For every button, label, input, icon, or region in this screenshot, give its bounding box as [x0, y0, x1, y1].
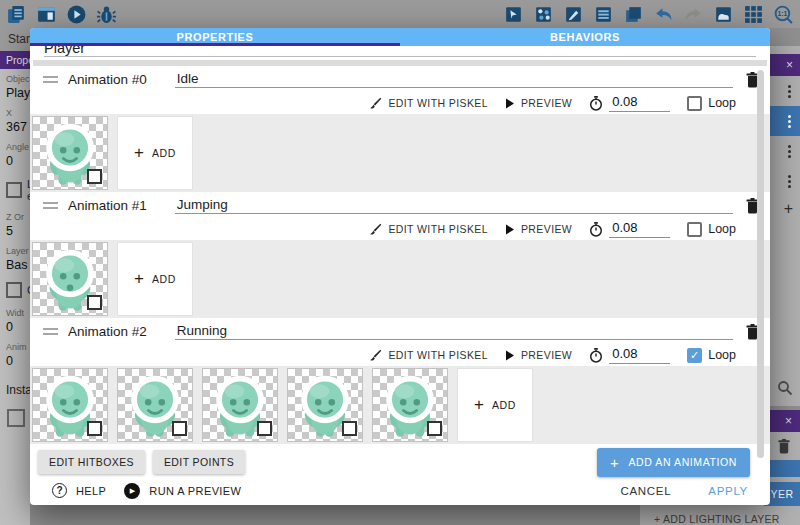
zoom-1-1-icon[interactable]: 1:1 — [773, 4, 794, 25]
more-options-icon[interactable] — [788, 113, 791, 130]
animation-name-input[interactable]: Running — [175, 323, 733, 340]
frames-row: +ADD — [30, 366, 770, 444]
scene-list-icon[interactable] — [6, 4, 27, 25]
layer-row-selected[interactable] — [766, 460, 800, 477]
close-icon[interactable]: × — [785, 414, 792, 428]
loop-checkbox[interactable] — [687, 96, 702, 111]
add-object-icon[interactable]: + — [770, 196, 800, 218]
run-preview-button[interactable]: RUN A PREVIEW — [149, 485, 241, 497]
cancel-button[interactable]: CANCEL — [620, 485, 671, 497]
frame-checkbox[interactable] — [257, 421, 272, 436]
object-row[interactable] — [770, 136, 800, 166]
pencil-tool-icon[interactable] — [563, 4, 584, 25]
animation-frame[interactable] — [32, 242, 108, 316]
search-icon[interactable] — [777, 380, 793, 396]
preview-animation-button[interactable]: PREVIEW — [505, 349, 572, 361]
select-tool-icon[interactable] — [503, 4, 524, 25]
instances-list-icon[interactable] — [623, 4, 644, 25]
add-animation-button[interactable]: + ADD AN ANIMATION — [597, 448, 750, 477]
help-button[interactable]: HELP — [76, 485, 106, 497]
object-row-selected[interactable] — [770, 106, 800, 136]
tab-behaviors[interactable]: BEHAVIORS — [400, 28, 770, 46]
edit-with-piskel-button[interactable]: EDIT WITH PISKEL — [369, 97, 488, 110]
run-preview-icon[interactable]: ▶ — [124, 483, 140, 499]
sidebar-field[interactable]: Anim0 — [0, 337, 30, 371]
animation-frame[interactable] — [202, 368, 278, 442]
edit-with-piskel-button[interactable]: EDIT WITH PISKEL — [369, 223, 488, 236]
checkbox[interactable] — [6, 182, 22, 198]
edit-points-tool-icon[interactable] — [533, 4, 554, 25]
delete-layer-icon[interactable] — [777, 438, 791, 454]
more-options-icon[interactable] — [788, 83, 791, 100]
objects-list-icon[interactable] — [593, 4, 614, 25]
object-row[interactable] — [770, 76, 800, 106]
object-row[interactable] — [770, 166, 800, 196]
loop-toggle[interactable]: Loop — [687, 96, 736, 111]
sidebar-field[interactable]: Z Or5 — [0, 207, 30, 241]
close-icon[interactable]: × — [786, 58, 793, 72]
loop-checkbox[interactable]: ✓ — [687, 348, 702, 363]
object-name-field[interactable]: Player — [44, 46, 756, 57]
time-value-input[interactable]: 0.08 — [609, 220, 670, 238]
drag-handle-icon[interactable] — [43, 73, 58, 86]
edit-with-piskel-button[interactable]: EDIT WITH PISKEL — [369, 349, 488, 362]
time-between-frames[interactable]: 0.08 — [589, 220, 670, 238]
frame-checkbox[interactable] — [87, 295, 102, 310]
time-value-input[interactable]: 0.08 — [609, 346, 670, 364]
dialog-scrollbar[interactable] — [757, 70, 764, 458]
animation-frame[interactable] — [32, 116, 108, 190]
object-name-value: Player — [44, 46, 756, 56]
instance-tool-icon[interactable] — [7, 409, 25, 427]
project-manager-icon[interactable] — [36, 4, 57, 25]
apply-button[interactable]: APPLY — [708, 485, 748, 497]
loop-toggle[interactable]: ✓ Loop — [687, 348, 736, 363]
sidebar-field[interactable]: X367 — [0, 103, 30, 137]
sidebar-checkbox-row[interactable]: Le — [0, 171, 30, 207]
animation-frame[interactable] — [117, 368, 193, 442]
grid-icon[interactable] — [743, 4, 764, 25]
frame-checkbox[interactable] — [172, 421, 187, 436]
edit-points-button[interactable]: EDIT POINTS — [153, 450, 245, 474]
preview-animation-button[interactable]: PREVIEW — [505, 97, 572, 109]
scene-tab[interactable]: Start S — [0, 28, 30, 51]
time-value-input[interactable]: 0.08 — [609, 94, 670, 112]
preview-animation-button[interactable]: PREVIEW — [505, 223, 572, 235]
time-between-frames[interactable]: 0.08 — [589, 94, 670, 112]
animation-frame[interactable] — [32, 368, 108, 442]
edit-hitboxes-button[interactable]: EDIT HITBOXES — [38, 450, 145, 474]
frame-checkbox[interactable] — [342, 421, 357, 436]
animation-name-input[interactable]: Jumping — [175, 197, 733, 214]
sidebar-field[interactable]: ObjecPlay — [0, 69, 30, 103]
animation-frame[interactable] — [372, 368, 448, 442]
frame-checkbox[interactable] — [427, 421, 442, 436]
undo-icon[interactable] — [653, 4, 674, 25]
add-lighting-layer-button[interactable]: + ADD LIGHTING LAYER — [654, 513, 780, 525]
drag-handle-icon[interactable] — [43, 325, 58, 338]
checkbox[interactable] — [6, 282, 22, 298]
play-icon — [505, 224, 515, 235]
add-frame-button[interactable]: +ADD — [117, 116, 193, 190]
add-frame-button[interactable]: +ADD — [117, 242, 193, 316]
sidebar-field[interactable]: Widt0 — [0, 303, 30, 337]
loop-checkbox[interactable] — [687, 222, 702, 237]
frame-checkbox[interactable] — [87, 169, 102, 184]
more-options-icon[interactable] — [788, 143, 791, 160]
animation-name-input[interactable]: Idle — [175, 71, 733, 88]
play-preview-icon[interactable] — [66, 4, 87, 25]
plus-icon: + — [134, 269, 144, 289]
help-icon[interactable]: ? — [52, 483, 67, 498]
sidebar-checkbox-row[interactable]: C — [0, 275, 30, 303]
frames-row: +ADD — [30, 240, 770, 318]
mask-icon[interactable] — [713, 4, 734, 25]
sidebar-field[interactable]: LayerBas — [0, 241, 30, 275]
loop-toggle[interactable]: Loop — [687, 222, 736, 237]
frame-checkbox[interactable] — [87, 421, 102, 436]
sidebar-field[interactable]: Angle0 — [0, 137, 30, 171]
debug-icon[interactable] — [96, 4, 117, 25]
more-options-icon[interactable] — [788, 173, 791, 190]
redo-icon[interactable] — [683, 4, 704, 25]
time-between-frames[interactable]: 0.08 — [589, 346, 670, 364]
add-frame-button[interactable]: +ADD — [457, 368, 533, 442]
animation-frame[interactable] — [287, 368, 363, 442]
drag-handle-icon[interactable] — [43, 199, 58, 212]
